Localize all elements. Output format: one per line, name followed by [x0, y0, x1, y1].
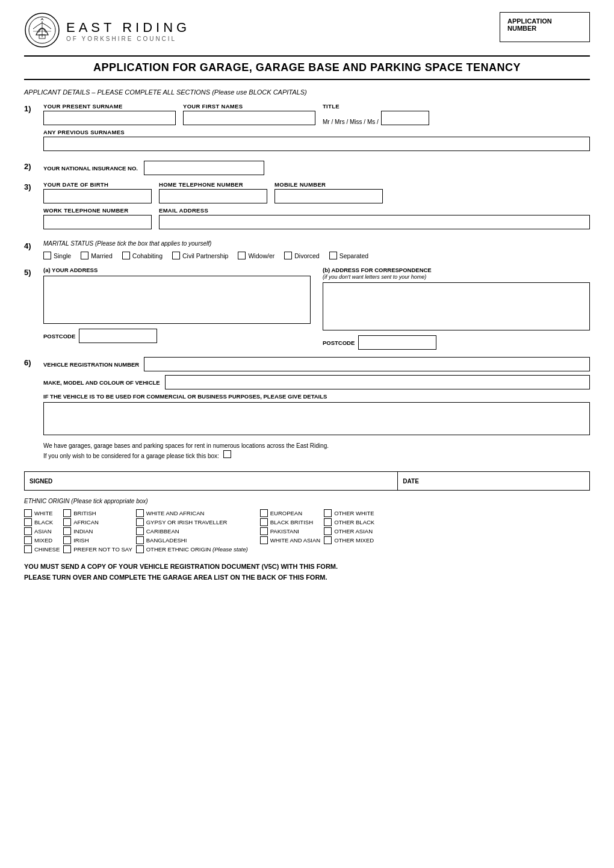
british-checkbox[interactable] — [63, 509, 71, 517]
surname-input[interactable] — [43, 111, 176, 125]
ethnic-british: BRITISH — [63, 509, 132, 517]
ethnic-european: EUROPEAN — [260, 509, 320, 517]
vehicle-reg-input[interactable] — [144, 357, 590, 371]
postcode-b-input[interactable] — [358, 335, 436, 350]
other-black-checkbox[interactable] — [324, 518, 332, 526]
married-checkbox[interactable] — [81, 252, 88, 259]
postcode-a-input[interactable] — [79, 329, 157, 343]
logo-subtitle: OF YORKSHIRE COUNCIL — [66, 36, 190, 42]
ethnic-col-4: EUROPEAN BLACK BRITISH PAKISTANI WHITE A… — [260, 509, 320, 553]
section-5: 5) (a) YOUR ADDRESS POSTCODE (b) ADDRESS… — [24, 267, 590, 350]
commercial-input[interactable] — [43, 402, 590, 435]
marital-cohabiting: Cohabiting — [122, 252, 163, 259]
bangladeshi-checkbox[interactable] — [136, 536, 144, 544]
previous-surname-label: ANY PREVIOUS SURNAMES — [43, 129, 590, 135]
vehicle-reg-row: VEHICLE REGISTRATION NUMBER — [43, 357, 590, 371]
section-4: 4) MARITAL STATUS (Please tick the box t… — [24, 240, 590, 259]
ethnic-col-5: OTHER WHITE OTHER BLACK OTHER ASIAN OTHE… — [324, 509, 374, 553]
signed-label: SIGNED — [29, 478, 52, 485]
other-mixed-checkbox[interactable] — [324, 536, 332, 544]
signed-section: SIGNED — [25, 472, 397, 490]
previous-surname-input[interactable] — [43, 137, 590, 151]
caribbean-checkbox[interactable] — [136, 527, 144, 535]
signed-date-section: SIGNED DATE — [24, 471, 590, 491]
logo-area: EAST RIDING OF YORKSHIRE COUNCIL — [24, 12, 190, 49]
separated-checkbox[interactable] — [329, 252, 337, 259]
work-tel-label: WORK TELEPHONE NUMBER — [43, 207, 152, 214]
ethnic-white-asian: WHITE AND ASIAN — [260, 536, 320, 544]
civil-checkbox[interactable] — [172, 252, 180, 259]
ni-input[interactable] — [144, 161, 264, 175]
mr-mrs-label: Mr / Mrs / Miss / Ms / — [323, 119, 379, 125]
widow-checkbox[interactable] — [238, 252, 246, 259]
gypsy-checkbox[interactable] — [136, 518, 144, 526]
home-tel-label: HOME TELEPHONE NUMBER — [159, 181, 267, 188]
ethnic-col-3: WHITE AND AFRICAN GYPSY OR IRISH TRAVELL… — [136, 509, 256, 553]
email-input[interactable] — [159, 215, 590, 229]
indian-checkbox[interactable] — [63, 527, 71, 535]
address-a-label: (a) YOUR ADDRESS — [43, 267, 311, 273]
work-tel-input[interactable] — [43, 215, 152, 229]
mobile-input[interactable] — [274, 189, 383, 203]
marital-married: Married — [81, 252, 113, 259]
single-checkbox[interactable] — [43, 252, 51, 259]
garage-only-checkbox-container — [221, 450, 231, 458]
ethnic-other-asian: OTHER ASIAN — [324, 527, 374, 535]
black-british-checkbox[interactable] — [260, 518, 268, 526]
married-label: Married — [91, 252, 113, 259]
african-checkbox[interactable] — [63, 518, 71, 526]
black-checkbox[interactable] — [24, 518, 32, 526]
white-checkbox[interactable] — [24, 509, 32, 517]
ethnic-black: BLACK — [24, 518, 60, 526]
home-tel-input[interactable] — [159, 189, 267, 203]
single-label: Single — [54, 252, 71, 259]
firstname-input[interactable] — [183, 111, 315, 125]
asian-checkbox[interactable] — [24, 527, 32, 535]
section-1-num: 1) — [24, 103, 39, 113]
ethnic-black-british: BLACK BRITISH — [260, 518, 320, 526]
vehicle-reg-label: VEHICLE REGISTRATION NUMBER — [43, 361, 139, 368]
vehicle-make-row: MAKE, MODEL AND COLOUR OF VEHICLE — [43, 375, 590, 389]
firstname-group: YOUR FIRST NAMES — [183, 103, 315, 125]
address-row: (a) YOUR ADDRESS POSTCODE (b) ADDRESS FO… — [43, 267, 590, 350]
date-input[interactable] — [423, 474, 585, 488]
previous-surname-group: ANY PREVIOUS SURNAMES — [43, 129, 590, 151]
chinese-checkbox[interactable] — [24, 545, 32, 553]
ethnic-caribbean: CARIBBEAN — [136, 527, 256, 535]
logo-text: EAST RIDING OF YORKSHIRE COUNCIL — [66, 20, 190, 42]
contact-row-2: WORK TELEPHONE NUMBER EMAIL ADDRESS — [43, 207, 590, 229]
logo-title: EAST RIDING — [66, 20, 190, 36]
pakistani-checkbox[interactable] — [260, 527, 268, 535]
civil-label: Civil Partnership — [182, 252, 228, 259]
title-group: TITLE Mr / Mrs / Miss / Ms / — [323, 103, 429, 125]
address-col-a: (a) YOUR ADDRESS POSTCODE — [43, 267, 311, 350]
divorced-checkbox[interactable] — [284, 252, 292, 259]
other-asian-checkbox[interactable] — [324, 527, 332, 535]
marital-separated: Separated — [329, 252, 368, 259]
svg-marker-3 — [40, 18, 44, 20]
cohabiting-checkbox[interactable] — [122, 252, 130, 259]
section-3: 3) YOUR DATE OF BIRTH HOME TELEPHONE NUM… — [24, 181, 590, 233]
european-checkbox[interactable] — [260, 509, 268, 517]
prefer-not-checkbox[interactable] — [63, 545, 71, 553]
white-asian-checkbox[interactable] — [260, 536, 268, 544]
garage-only-checkbox[interactable] — [223, 450, 231, 458]
ethnic-white: WHITE — [24, 509, 60, 517]
address-b-input[interactable] — [323, 282, 590, 330]
other-origin-checkbox[interactable] — [136, 545, 144, 553]
ethnic-label: ETHNIC ORIGIN (Please tick appropriate b… — [24, 498, 590, 504]
white-african-checkbox[interactable] — [136, 509, 144, 517]
mixed-checkbox[interactable] — [24, 536, 32, 544]
ethnic-other-origin: OTHER ETHNIC ORIGIN (Please state) — [136, 545, 256, 553]
vehicle-make-input[interactable] — [165, 375, 590, 389]
signed-input[interactable] — [56, 474, 392, 488]
other-white-checkbox[interactable] — [324, 509, 332, 517]
dob-input[interactable] — [43, 189, 152, 203]
ethnic-col-2: BRITISH AFRICAN INDIAN IRISH PREFER NOT … — [63, 509, 132, 553]
irish-checkbox[interactable] — [63, 536, 71, 544]
surname-label: YOUR PRESENT SURNAME — [43, 103, 176, 110]
divorced-label: Divorced — [294, 252, 319, 259]
title-input[interactable] — [381, 111, 429, 125]
address-a-input[interactable] — [43, 276, 311, 324]
ethnic-asian: ASIAN — [24, 527, 60, 535]
